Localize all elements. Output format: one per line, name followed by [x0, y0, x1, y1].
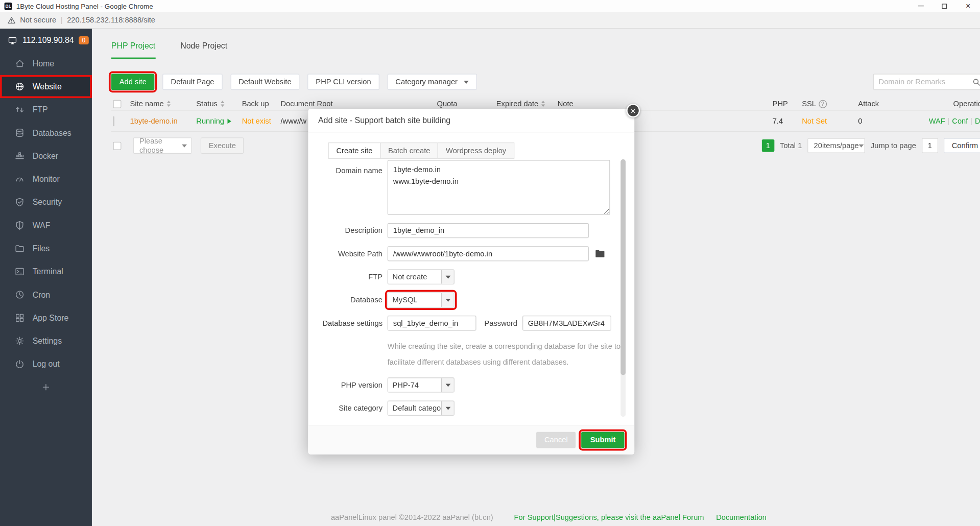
sidebar-item-cron[interactable]: Cron — [0, 283, 92, 306]
tab-node-project[interactable]: Node Project — [180, 41, 227, 59]
close-window-button[interactable]: × — [956, 0, 980, 12]
current-page-button[interactable]: 1 — [762, 139, 774, 152]
modal-scrollbar[interactable] — [620, 159, 626, 417]
per-page-select[interactable]: 20items/page — [807, 138, 865, 153]
sort-icon[interactable] — [167, 99, 171, 109]
sidebar-item-terminal[interactable]: Terminal — [0, 260, 92, 283]
site-category-select[interactable]: Default category — [388, 400, 455, 415]
sidebar-item-docker[interactable]: Docker — [0, 145, 92, 168]
screen: B1 1Byte Cloud Hosting Panel - Google Ch… — [0, 0, 980, 526]
del-link[interactable]: Del — [975, 116, 980, 125]
tab-batch-create[interactable]: Batch create — [380, 142, 438, 159]
sidebar-item-label: Cron — [33, 290, 50, 299]
minimize-button[interactable] — [909, 0, 933, 12]
php-version-select[interactable]: PHP-74 — [388, 377, 455, 392]
select-all-checkbox[interactable] — [113, 100, 122, 108]
maximize-button[interactable] — [933, 0, 957, 12]
search-box[interactable] — [873, 74, 980, 90]
database-password-input[interactable] — [522, 316, 611, 330]
home-icon — [15, 59, 24, 68]
tab-php-project[interactable]: PHP Project — [111, 41, 155, 59]
security-label[interactable]: Not secure — [20, 16, 56, 25]
document-root-value[interactable]: /www/w — [281, 116, 307, 125]
modal-close-button[interactable]: × — [626, 104, 640, 117]
site-name-link[interactable]: 1byte-demo.in — [130, 116, 178, 125]
transfer-icon — [15, 105, 24, 114]
batch-action-select[interactable]: Please choose — [133, 137, 192, 154]
browse-folder-button[interactable] — [595, 249, 605, 258]
pagination: 1 Total 1 20items/page Jump to page Conf… — [762, 138, 980, 153]
ftp-select[interactable]: Not create — [388, 269, 455, 284]
caret-down-icon — [464, 80, 469, 83]
confirm-page-button[interactable]: Confirm — [944, 138, 980, 153]
sidebar-item-label: FTP — [33, 105, 48, 114]
search-input[interactable] — [879, 78, 973, 86]
sort-icon[interactable] — [541, 99, 545, 109]
website-path-input[interactable] — [388, 246, 589, 261]
browser-titlebar: B1 1Byte Cloud Hosting Panel - Google Ch… — [0, 0, 980, 12]
sidebar-item-appstore[interactable]: App Store — [0, 306, 92, 329]
toolbar: Add site Default Page Default Website PH… — [111, 74, 980, 90]
support-link[interactable]: For Support|Suggestions, please visit th… — [514, 513, 704, 522]
default-page-button[interactable]: Default Page — [163, 74, 223, 90]
documentation-link[interactable]: Documentation — [716, 513, 767, 522]
sidebar-item-security[interactable]: Security — [0, 190, 92, 213]
help-line-1: While creating the site, create a corres… — [388, 339, 634, 354]
attack-count[interactable]: 0 — [858, 116, 862, 125]
category-manager-dropdown[interactable]: Category manager — [387, 74, 476, 90]
browser-urlbar[interactable]: Not secure | 220.158.232.118:8888/site — [0, 12, 980, 29]
submit-button[interactable]: Submit — [582, 432, 625, 448]
row-checkbox[interactable] — [113, 116, 114, 126]
sidebar-item-ftp[interactable]: FTP — [0, 98, 92, 121]
header-document-root: Document Root — [281, 100, 333, 108]
sidebar-item-files[interactable]: Files — [0, 237, 92, 260]
php-version-value[interactable]: 7.4 — [773, 116, 783, 125]
conf-link[interactable]: Conf — [952, 116, 968, 125]
url-text[interactable]: 220.158.232.118:8888/site — [67, 16, 155, 25]
tab-create-site[interactable]: Create site — [328, 142, 381, 159]
batch-checkbox[interactable] — [113, 141, 122, 150]
ssl-status[interactable]: Not Set — [802, 116, 827, 125]
sidebar-item-settings[interactable]: Settings — [0, 329, 92, 352]
add-site-button[interactable]: Add site — [111, 74, 155, 90]
default-website-button[interactable]: Default Website — [230, 74, 299, 90]
sidebar-item-label: Databases — [33, 128, 71, 137]
header-site-name[interactable]: Site name — [130, 100, 164, 108]
sidebar-item-label: WAF — [33, 221, 51, 230]
jump-page-input[interactable] — [922, 138, 938, 153]
sidebar-item-label: Settings — [33, 336, 62, 345]
sidebar-item-databases[interactable]: Databases — [0, 121, 92, 144]
tab-wordpress-deploy[interactable]: Wordpress deploy — [438, 142, 514, 159]
search-icon[interactable] — [972, 78, 980, 86]
sidebar-item-logout[interactable]: Log out — [0, 352, 92, 375]
notification-badge[interactable]: 0 — [79, 36, 88, 44]
waf-link[interactable]: WAF — [929, 116, 945, 125]
op-separator: | — [970, 116, 972, 125]
php-cli-version-button[interactable]: PHP CLI version — [307, 74, 379, 90]
sort-icon[interactable] — [221, 99, 224, 109]
header-note: Note — [558, 100, 573, 108]
header-expired-date[interactable]: Expired date — [496, 100, 538, 108]
database-select[interactable]: MySQL — [388, 293, 455, 307]
description-input[interactable] — [388, 223, 589, 238]
execute-button[interactable]: Execute — [201, 137, 244, 154]
app-logo-icon: B1 — [5, 2, 12, 10]
domain-textarea[interactable]: 1byte-demo.in www.1byte-demo.in — [388, 160, 610, 215]
database-icon — [15, 128, 24, 137]
sidebar-item-label: Files — [33, 244, 50, 253]
sidebar-item-website[interactable]: Website — [0, 75, 92, 98]
cancel-button[interactable]: Cancel — [536, 432, 576, 448]
status-cell[interactable]: Running — [196, 116, 242, 125]
sidebar-add-button[interactable] — [0, 376, 92, 399]
server-info[interactable]: 112.109.90.84 0 — [0, 29, 92, 52]
sidebar-item-monitor[interactable]: Monitor — [0, 168, 92, 190]
backup-status[interactable]: Not exist — [242, 116, 271, 125]
database-user-input[interactable] — [388, 316, 476, 330]
sidebar-item-waf[interactable]: WAF — [0, 214, 92, 237]
header-attack: Attack — [858, 100, 879, 108]
header-status[interactable]: Status — [196, 100, 218, 108]
question-icon[interactable]: ? — [819, 100, 827, 108]
modal-tabs: Create site Batch create Wordpress deplo… — [328, 142, 635, 159]
sidebar-item-home[interactable]: Home — [0, 52, 92, 75]
scrollbar-thumb[interactable] — [620, 159, 626, 375]
